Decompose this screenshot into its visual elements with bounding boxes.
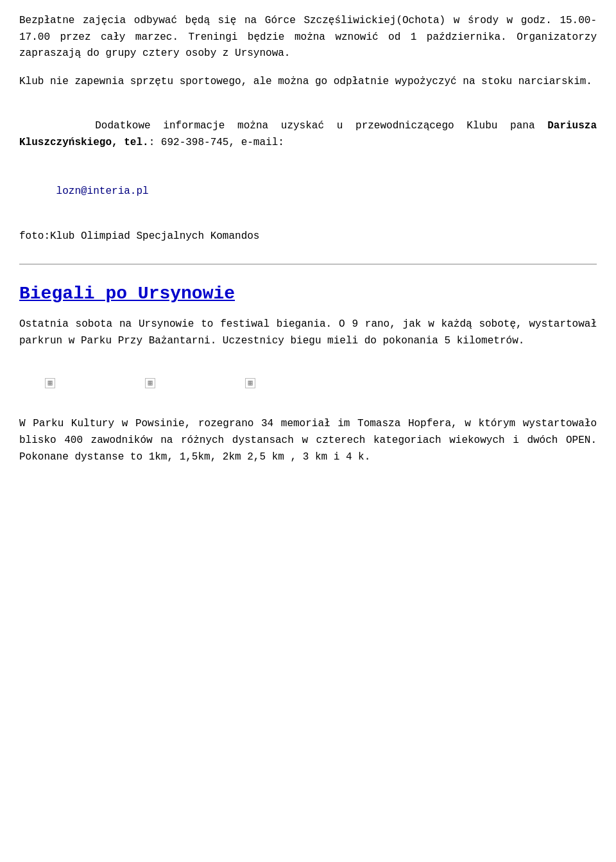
- section-biegali: Biegali po Ursynowie Ostatnia sobota na …: [19, 284, 597, 465]
- photo-credit: foto:Klub Olimpiad Specjalnych Komandos: [19, 228, 597, 245]
- article-content: Bezpłatne zajęcia odbywać będą się na Gó…: [19, 13, 597, 465]
- paragraph-1: Bezpłatne zajęcia odbywać będą się na Gó…: [19, 13, 597, 62]
- top-section: Bezpłatne zajęcia odbywać będą się na Gó…: [19, 13, 597, 245]
- paragraph-3-suffix: : 692-398-745, e-mail:: [149, 137, 284, 148]
- image-1-wrapper: ▦: [45, 377, 55, 388]
- image-2-wrapper: ▦: [145, 377, 155, 388]
- image-row: ▦ ▦ ▦: [32, 374, 597, 392]
- broken-image-1: ▦: [45, 378, 55, 388]
- image-3-wrapper: ▦: [245, 377, 255, 388]
- broken-image-3: ▦: [245, 378, 255, 388]
- paragraph-3: Dodatkowe informacje można uzyskać u prz…: [19, 101, 597, 216]
- section-divider: [19, 264, 597, 264]
- section-title: Biegali po Ursynowie: [19, 284, 597, 304]
- email-link[interactable]: lozn@interia.pl: [56, 185, 149, 197]
- section2-paragraph1: Ostatnia sobota na Ursynowie to festiwal…: [19, 316, 597, 349]
- section2-paragraph2: W Parku Kultury w Powsinie, rozegrano 34…: [19, 416, 597, 465]
- paragraph-2: Klub nie zapewnia sprzętu sportowego, al…: [19, 74, 597, 91]
- broken-image-2: ▦: [145, 378, 155, 388]
- paragraph-3-prefix: Dodatkowe informacje można uzyskać u prz…: [95, 120, 547, 132]
